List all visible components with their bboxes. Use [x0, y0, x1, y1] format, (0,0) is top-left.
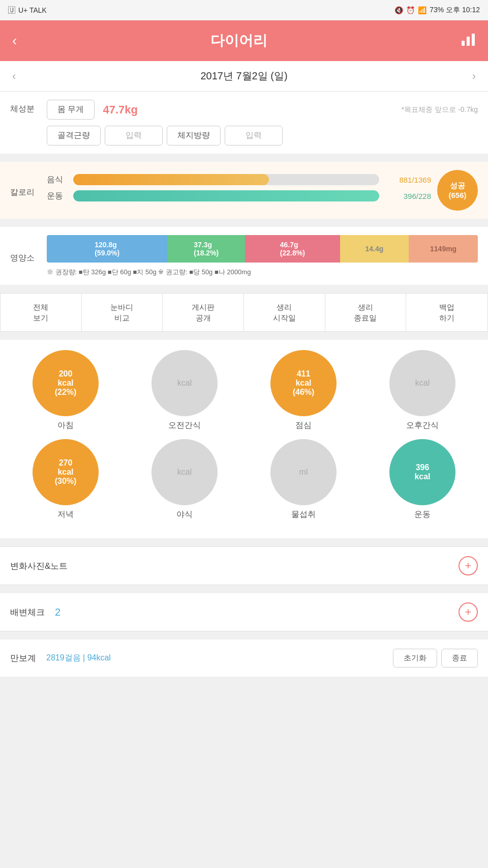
- water-circle: ml: [270, 439, 337, 505]
- dinner-circle: 270 kcal (30%): [33, 439, 99, 505]
- bathroom-label: 배변체크: [10, 606, 45, 618]
- add-bathroom-button[interactable]: +: [459, 602, 478, 622]
- header-title: 다이어리: [210, 31, 267, 50]
- alarm-icon: ⏰: [406, 6, 415, 14]
- grid-buttons-section: 전체 보기 눈바디 비교 게시판 공개 생리 시작일 생리 종료일 백업 하기: [0, 293, 488, 332]
- afternoon-snack-circle: kcal: [389, 350, 455, 416]
- bathroom-value: 2: [55, 606, 60, 618]
- status-bar: 🇺 U+ TALK 🔇 ⏰ 📶 73% 오후 10:12: [0, 0, 488, 20]
- meal-night-snack[interactable]: kcal 야식: [129, 439, 240, 520]
- weight-value: 47.7kg: [103, 103, 138, 117]
- muscle-fat-row: 골격근량 입력 체지방량 입력: [47, 126, 478, 146]
- bathroom-left: 배변체크 2: [10, 606, 60, 618]
- exercise-label-bottom: 운동: [414, 509, 431, 520]
- app-header: ‹ 다이어리: [0, 20, 488, 61]
- morning-snack-label: 오전간식: [168, 420, 201, 431]
- afternoon-snack-value: kcal: [415, 379, 430, 388]
- afternoon-snack-label: 오후간식: [406, 420, 439, 431]
- food-row: 음식 881/1369: [47, 174, 431, 185]
- water-value: ml: [299, 468, 308, 477]
- divider-1: [0, 158, 488, 162]
- exercise-row: 운동 396/228: [47, 190, 431, 201]
- back-button[interactable]: ‹: [12, 33, 17, 49]
- photo-notes-section: 변화사진&노트 +: [0, 546, 488, 585]
- body-compare-button[interactable]: 눈바디 비교: [82, 294, 163, 331]
- body-comp-content: 몸 무게 47.7kg *목표체중 앞으로 -0.7kg 골격근량 입력 체지방…: [47, 100, 478, 146]
- exercise-numbers: 396/228: [385, 192, 431, 200]
- success-label: 성공: [450, 181, 465, 191]
- morning-snack-value: kcal: [177, 379, 192, 388]
- night-snack-value: kcal: [177, 468, 192, 477]
- pedometer-value: 2819걸음 | 94kcal: [46, 653, 111, 663]
- nutrition-legend: ※ 권장량: ■탄 326g ■단 60g ■지 50g ※ 권고량: ■당 5…: [47, 268, 478, 277]
- meals-section: 200 kcal (22%) 아침 kcal 오전간식 411 kcal (46…: [0, 340, 488, 538]
- talk-icon: U+ TALK: [18, 6, 47, 14]
- pedometer-section: 만보계 2819걸음 | 94kcal 초기화 종료: [0, 640, 488, 677]
- lunch-circle: 411 kcal (46%): [270, 350, 337, 416]
- wifi-icon: 📶: [418, 6, 426, 14]
- meal-dinner[interactable]: 270 kcal (30%) 저녁: [10, 439, 121, 520]
- chart-icon[interactable]: [461, 32, 476, 50]
- muscle-input-button[interactable]: 입력: [105, 126, 163, 146]
- fat-button[interactable]: 체지방량: [167, 126, 221, 146]
- night-snack-label: 야식: [176, 509, 193, 520]
- svg-rect-2: [472, 34, 475, 46]
- food-bar-fill: [73, 174, 269, 185]
- morning-snack-circle: kcal: [151, 350, 218, 416]
- exercise-bar-fill: [73, 190, 379, 201]
- period-start-button[interactable]: 생리 시작일: [244, 294, 325, 331]
- divider-4: [0, 336, 488, 340]
- prev-date-button[interactable]: ‹: [12, 70, 16, 83]
- meal-exercise[interactable]: 396 kcal 운동: [367, 439, 478, 520]
- bathroom-section: 배변체크 2 +: [0, 593, 488, 631]
- muscle-button[interactable]: 골격근량: [47, 126, 101, 146]
- meal-morning[interactable]: 200 kcal (22%) 아침: [10, 350, 121, 431]
- success-value: (656): [448, 191, 466, 199]
- calories-content: 음식 881/1369 운동 396/228: [47, 174, 431, 207]
- pedometer-end-button[interactable]: 종료: [441, 649, 478, 668]
- nutrition-row: 영양소 120.8g (59.0%) 37.3g (18.2%) 46.7g (…: [10, 235, 478, 277]
- pedometer-reset-button[interactable]: 초기화: [393, 649, 437, 668]
- divider-5: [0, 542, 488, 546]
- next-date-button[interactable]: ›: [472, 70, 476, 83]
- protein-segment: 37.3g (18.2%): [167, 235, 245, 263]
- calories-section: 칼로리 음식 881/1369 운동 396/228 성공 (656): [0, 162, 488, 219]
- divider-7: [0, 635, 488, 640]
- board-public-button[interactable]: 게시판 공개: [163, 294, 244, 331]
- dinner-label: 저녁: [57, 509, 74, 520]
- svg-rect-0: [462, 41, 465, 46]
- divider-2: [0, 223, 488, 227]
- pedometer-buttons: 초기화 종료: [393, 649, 478, 668]
- weight-button[interactable]: 몸 무게: [47, 100, 95, 120]
- nutrition-label: 영양소: [10, 249, 41, 264]
- dinner-value: 270 kcal (30%): [55, 458, 77, 486]
- meal-afternoon-snack[interactable]: kcal 오후간식: [367, 350, 478, 431]
- fat-segment: 46.7g (22.8%): [245, 235, 340, 263]
- sugar-segment: 14.4g: [340, 235, 409, 263]
- backup-button[interactable]: 백업 하기: [406, 294, 487, 331]
- meal-morning-snack[interactable]: kcal 오전간식: [129, 350, 240, 431]
- period-end-button[interactable]: 생리 종료일: [325, 294, 407, 331]
- nutrition-bars: 120.8g (59.0%) 37.3g (18.2%) 46.7g (22.8…: [47, 235, 478, 277]
- night-snack-circle: kcal: [151, 439, 218, 505]
- meal-lunch[interactable]: 411 kcal (46%) 점심: [248, 350, 359, 431]
- add-photo-button[interactable]: +: [459, 556, 478, 575]
- morning-label: 아침: [57, 420, 74, 431]
- exercise-circle: 396 kcal: [389, 439, 455, 505]
- exercise-bar-container: [73, 190, 379, 201]
- divider-6: [0, 589, 488, 593]
- view-all-button[interactable]: 전체 보기: [1, 294, 82, 331]
- water-label: 물섭취: [291, 509, 316, 520]
- morning-value: 200 kcal (22%): [55, 369, 77, 397]
- exercise-value: 396 kcal: [414, 463, 430, 481]
- pedometer-left: 만보계 2819걸음 | 94kcal: [10, 652, 111, 664]
- food-numbers: 881/1369: [385, 176, 431, 184]
- weight-goal: *목표체중 앞으로 -0.7kg: [402, 105, 478, 114]
- food-bar-container: [73, 174, 379, 185]
- fat-input-button[interactable]: 입력: [225, 126, 283, 146]
- meal-water[interactable]: ml 물섭취: [248, 439, 359, 520]
- lunch-label: 점심: [295, 420, 312, 431]
- signal-mute-icon: 🔇: [394, 6, 403, 14]
- exercise-label: 운동: [47, 191, 67, 201]
- date-navigation: ‹ 2017년 7월2일 (일) ›: [0, 61, 488, 92]
